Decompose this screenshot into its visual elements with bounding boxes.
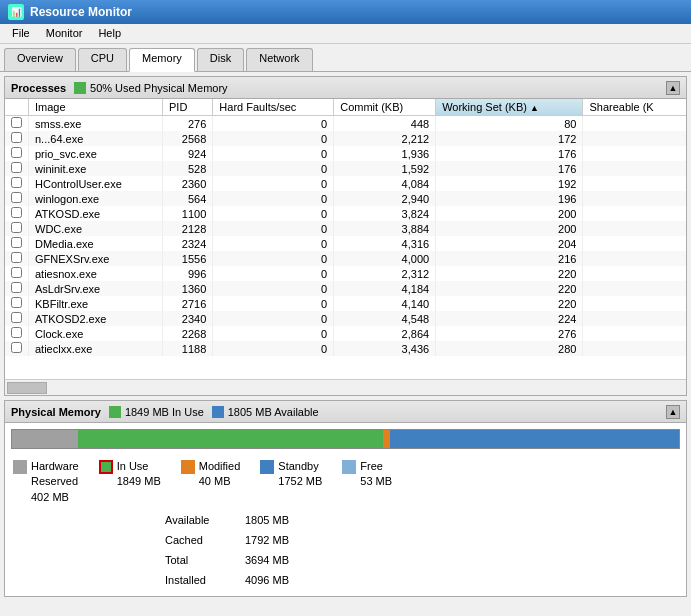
processes-collapse-button[interactable]: ▲ (666, 81, 680, 95)
row-shareable (583, 296, 686, 311)
tab-disk[interactable]: Disk (197, 48, 244, 71)
row-checkbox-cell[interactable] (5, 146, 29, 161)
row-commit: 4,084 (334, 176, 436, 191)
horizontal-scrollbar[interactable] (5, 379, 686, 395)
row-shareable (583, 251, 686, 266)
row-checkbox[interactable] (11, 132, 22, 143)
col-checkbox[interactable] (5, 99, 29, 116)
row-checkbox[interactable] (11, 222, 22, 233)
col-image[interactable]: Image (29, 99, 163, 116)
row-pid: 2128 (163, 221, 213, 236)
row-checkbox[interactable] (11, 282, 22, 293)
menu-file[interactable]: File (4, 26, 38, 41)
table-row[interactable]: winlogon.exe 564 0 2,940 196 (5, 191, 686, 206)
row-shareable (583, 161, 686, 176)
row-checkbox-cell[interactable] (5, 341, 29, 356)
row-checkbox[interactable] (11, 237, 22, 248)
table-row[interactable]: smss.exe 276 0 448 80 (5, 116, 686, 132)
row-image: GFNEXSrv.exe (29, 251, 163, 266)
table-row[interactable]: AsLdrSrv.exe 1360 0 4,184 220 (5, 281, 686, 296)
row-pid: 996 (163, 266, 213, 281)
row-image: WDC.exe (29, 221, 163, 236)
col-pid[interactable]: PID (163, 99, 213, 116)
table-row[interactable]: atiesnox.exe 996 0 2,312 220 (5, 266, 686, 281)
tab-overview[interactable]: Overview (4, 48, 76, 71)
tab-cpu[interactable]: CPU (78, 48, 127, 71)
row-checkbox-cell[interactable] (5, 161, 29, 176)
tab-memory[interactable]: Memory (129, 48, 195, 72)
menu-help[interactable]: Help (90, 26, 129, 41)
row-checkbox[interactable] (11, 312, 22, 323)
row-checkbox[interactable] (11, 162, 22, 173)
row-commit: 4,140 (334, 296, 436, 311)
row-commit: 1,592 (334, 161, 436, 176)
row-checkbox-cell[interactable] (5, 221, 29, 236)
scrollbar-thumb[interactable] (7, 382, 47, 394)
row-checkbox-cell[interactable] (5, 116, 29, 132)
table-row[interactable]: ATKOSD2.exe 2340 0 4,548 224 (5, 311, 686, 326)
memory-usage-text: 50% Used Physical Memory (90, 82, 228, 94)
row-working-set: 220 (436, 281, 583, 296)
table-row[interactable]: Clock.exe 2268 0 2,864 276 (5, 326, 686, 341)
row-checkbox-cell[interactable] (5, 281, 29, 296)
table-row[interactable]: GFNEXSrv.exe 1556 0 4,000 216 (5, 251, 686, 266)
table-row[interactable]: prio_svc.exe 924 0 1,936 176 (5, 146, 686, 161)
row-image: winlogon.exe (29, 191, 163, 206)
row-checkbox[interactable] (11, 252, 22, 263)
col-commit[interactable]: Commit (KB) (334, 99, 436, 116)
table-row[interactable]: atieclxx.exe 1188 0 3,436 280 (5, 341, 686, 356)
processes-table: Image PID Hard Faults/sec Commit (KB) Wo… (5, 99, 686, 356)
row-checkbox-cell[interactable] (5, 251, 29, 266)
row-image: n...64.exe (29, 131, 163, 146)
row-checkbox[interactable] (11, 327, 22, 338)
physical-memory-collapse-button[interactable]: ▲ (666, 405, 680, 419)
table-row[interactable]: ATKOSD.exe 1100 0 3,824 200 (5, 206, 686, 221)
row-checkbox-cell[interactable] (5, 296, 29, 311)
table-row[interactable]: KBFiltr.exe 2716 0 4,140 220 (5, 296, 686, 311)
green-square-icon (74, 82, 86, 94)
row-checkbox-cell[interactable] (5, 131, 29, 146)
processes-table-scroll[interactable]: Image PID Hard Faults/sec Commit (KB) Wo… (5, 99, 686, 379)
col-shareable[interactable]: Shareable (K (583, 99, 686, 116)
legend-free-box (342, 460, 356, 474)
row-working-set: 200 (436, 221, 583, 236)
tab-network[interactable]: Network (246, 48, 312, 71)
menu-monitor[interactable]: Monitor (38, 26, 91, 41)
legend-inuse-value: 1849 MB (117, 474, 161, 489)
row-shareable (583, 116, 686, 132)
row-pid: 2268 (163, 326, 213, 341)
row-checkbox-cell[interactable] (5, 176, 29, 191)
table-row[interactable]: HControlUser.exe 2360 0 4,084 192 (5, 176, 686, 191)
row-working-set: 176 (436, 161, 583, 176)
row-hard-faults: 0 (213, 176, 334, 191)
row-checkbox[interactable] (11, 267, 22, 278)
row-commit: 2,864 (334, 326, 436, 341)
col-working-set[interactable]: Working Set (KB) ▲ (436, 99, 583, 116)
row-checkbox[interactable] (11, 342, 22, 353)
row-pid: 2716 (163, 296, 213, 311)
row-checkbox-cell[interactable] (5, 311, 29, 326)
bar-inuse (78, 430, 383, 448)
legend-modified-value: 40 MB (199, 474, 241, 489)
legend-standby: Standby 1752 MB (260, 459, 322, 490)
table-row[interactable]: wininit.exe 528 0 1,592 176 (5, 161, 686, 176)
row-shareable (583, 311, 686, 326)
row-checkbox[interactable] (11, 207, 22, 218)
row-hard-faults: 0 (213, 341, 334, 356)
title-bar: 📊 Resource Monitor (0, 0, 691, 24)
row-checkbox[interactable] (11, 117, 22, 128)
row-checkbox[interactable] (11, 147, 22, 158)
row-checkbox-cell[interactable] (5, 191, 29, 206)
row-checkbox-cell[interactable] (5, 236, 29, 251)
row-checkbox-cell[interactable] (5, 266, 29, 281)
table-row[interactable]: DMedia.exe 2324 0 4,316 204 (5, 236, 686, 251)
table-row[interactable]: n...64.exe 2568 0 2,212 172 (5, 131, 686, 146)
table-row[interactable]: WDC.exe 2128 0 3,884 200 (5, 221, 686, 236)
row-checkbox-cell[interactable] (5, 206, 29, 221)
row-checkbox[interactable] (11, 192, 22, 203)
row-checkbox[interactable] (11, 297, 22, 308)
row-checkbox-cell[interactable] (5, 326, 29, 341)
col-hard-faults[interactable]: Hard Faults/sec (213, 99, 334, 116)
row-checkbox[interactable] (11, 177, 22, 188)
inuse-icon (109, 406, 121, 418)
